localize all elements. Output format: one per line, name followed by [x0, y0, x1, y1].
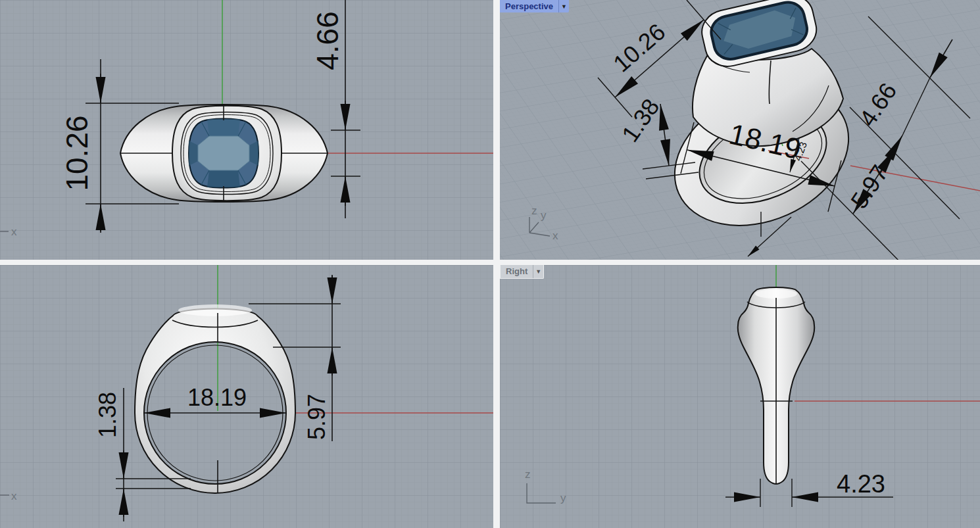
viewport-tab-right-label[interactable]: Right [501, 266, 533, 277]
dim-label-front-head-height[interactable]: 5.97 [303, 394, 330, 440]
viewport-tab-perspective-label[interactable]: Perspective [500, 1, 558, 12]
viewport-divider-horizontal[interactable] [0, 260, 980, 265]
dim-label-top-band-width[interactable]: 4.66 [310, 11, 345, 70]
grid-major [500, 265, 980, 528]
axis-x-label: x [552, 229, 558, 242]
rhino-four-viewport-workspace: 10.26 4.66 x [0, 0, 980, 528]
chevron-down-icon[interactable]: ▼ [558, 0, 569, 12]
axis-z-label: z [525, 468, 531, 481]
axis-x-label: x [11, 226, 17, 238]
perspective-canvas[interactable]: 10.26 1.38 18.19 4.23 [500, 0, 980, 260]
dim-label-front-inner-diameter[interactable]: 18.19 [187, 384, 247, 411]
top-view-canvas[interactable]: 10.26 4.66 x [0, 0, 493, 260]
viewport-right-view[interactable]: 4.23 z y [500, 265, 980, 528]
viewport-top-view[interactable]: 10.26 4.66 x [0, 0, 493, 260]
front-view-canvas[interactable]: 18.19 1.38 5.97 x [0, 265, 493, 528]
chevron-down-icon[interactable]: ▼ [533, 265, 543, 278]
ring-top-view[interactable] [120, 105, 328, 202]
dim-label-top-height[interactable]: 10.26 [60, 115, 94, 191]
dim-label-front-band-thickness[interactable]: 1.38 [94, 392, 121, 438]
right-view-canvas[interactable]: 4.23 z y [500, 265, 980, 528]
dim-label-right-shank-width[interactable]: 4.23 [837, 470, 885, 498]
viewport-tab-right[interactable]: Right ▼ [500, 265, 544, 279]
axis-x-label: x [11, 490, 17, 502]
axis-z-label: z [531, 204, 537, 217]
axis-y-label: y [541, 209, 547, 222]
axis-y-label: y [560, 492, 566, 504]
viewport-tab-perspective[interactable]: Perspective ▼ [500, 0, 569, 12]
viewport-front-view[interactable]: 18.19 1.38 5.97 x [0, 265, 493, 528]
viewport-perspective-view[interactable]: 10.26 1.38 18.19 4.23 [500, 0, 980, 260]
